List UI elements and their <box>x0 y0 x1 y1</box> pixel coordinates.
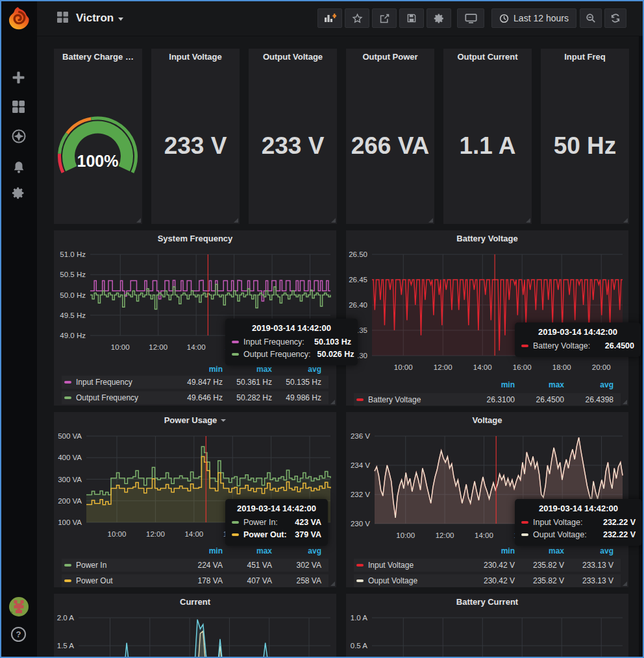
y-axis-label: 230 V <box>346 519 370 528</box>
explore-icon[interactable] <box>0 127 37 145</box>
dashboard-grid-icon <box>57 12 68 25</box>
star-dashboard-button[interactable] <box>345 8 369 28</box>
x-axis-label: 14:00 <box>180 343 212 351</box>
x-axis-label: 12:00 <box>428 531 461 539</box>
graph-panel-battcur: Battery Current1.0 A0.5 A0 A10:0012:0014… <box>346 594 628 658</box>
graph-panel-current: Current2.0 A1.5 A1.0 A0.5 A0 A10:0012:00… <box>54 594 336 658</box>
stat-value: 233 V <box>151 130 240 162</box>
legend-row-battery-voltage[interactable]: Battery Voltage26.310026.450026.4398 <box>354 393 621 406</box>
tooltip-timestamp: 2019-03-14 14:42:00 <box>521 327 634 337</box>
y-axis-label: 50.5 Hz <box>54 270 86 279</box>
panel-title[interactable]: Output Voltage <box>249 52 337 65</box>
graph-tooltip-voltage: 2019-03-14 14:42:00Input Voltage:232.22 … <box>515 499 642 546</box>
legend-swatch <box>64 564 71 567</box>
stat-panel-5: Input Freq50 Hz <box>541 49 629 224</box>
y-axis-label: 232 V <box>346 490 370 499</box>
legend-series-name[interactable]: Power Out <box>76 576 113 585</box>
legend-header-avg[interactable]: avg <box>564 380 613 389</box>
legend-series-name[interactable]: Input Frequency <box>76 378 132 387</box>
legend-value: 50.135 Hz <box>272 378 321 387</box>
time-range-button[interactable]: Last 12 hours <box>491 8 576 28</box>
y-axis-label: 51.0 Hz <box>54 250 86 259</box>
legend-row-power-out[interactable]: Power Out178 VA407 VA258 VA <box>62 574 328 587</box>
legend-row-ouput-voltage[interactable]: Ouput Voltage230.42 V235.82 V233.13 V <box>354 574 621 587</box>
save-dashboard-button[interactable] <box>399 8 424 28</box>
tooltip-row: Output Frequency:50.026 Hz <box>232 348 351 360</box>
tooltip-timestamp: 2019-03-14 14:42:00 <box>521 504 636 513</box>
panel-title[interactable]: Input Voltage <box>151 52 240 65</box>
share-dashboard-button[interactable] <box>372 8 397 28</box>
legend-value: 233.13 V <box>564 576 613 585</box>
legend-series-name[interactable]: Input Voltage <box>368 561 414 570</box>
legend-value: 224 VA <box>173 561 223 570</box>
legend-value: 235.82 V <box>515 561 564 570</box>
legend-header-max[interactable]: max <box>515 546 564 555</box>
legend-series-name[interactable]: Output Frequency <box>76 393 138 402</box>
dashboard-picker[interactable]: Victron <box>57 0 123 36</box>
legend-value: 178 VA <box>173 576 223 585</box>
legend-header-min[interactable]: min <box>465 380 515 389</box>
legend-header-min[interactable]: min <box>465 546 515 555</box>
dashboard-settings-button[interactable] <box>427 8 451 28</box>
legend-header-max[interactable]: max <box>223 546 272 555</box>
avatar[interactable] <box>0 598 37 616</box>
help-icon[interactable]: ? <box>0 625 37 643</box>
resize-handle[interactable] <box>526 218 530 223</box>
panel-title[interactable]: Input Freq <box>541 52 629 65</box>
add-icon[interactable] <box>0 68 37 86</box>
legend-header-avg[interactable]: avg <box>272 546 321 555</box>
legend-row-power-in[interactable]: Power In224 VA451 VA302 VA <box>62 559 328 572</box>
y-axis-label: 300 VA <box>54 475 82 484</box>
legend-series-name[interactable]: Ouput Voltage <box>368 576 417 585</box>
resize-handle[interactable] <box>428 218 433 223</box>
tooltip-row: Power In:423 VA <box>232 516 321 528</box>
y-axis-label: 200 VA <box>54 496 82 506</box>
tooltip-swatch <box>232 353 239 356</box>
configuration-gear-icon[interactable] <box>0 184 37 202</box>
legend-series-name[interactable]: Battery Voltage <box>368 395 421 404</box>
legend-row-output-frequency[interactable]: Output Frequency49.646 Hz50.282 Hz49.986… <box>62 391 328 404</box>
top-navbar: Victron Last 12 hours <box>37 0 644 36</box>
legend-header-max[interactable]: max <box>223 365 272 374</box>
legend-header-avg[interactable]: avg <box>564 546 613 555</box>
left-sidebar: ? <box>0 0 37 658</box>
y-axis-label: 26.45 <box>346 275 367 284</box>
legend-header: minmaxavg <box>354 379 621 391</box>
grafana-logo-icon[interactable] <box>0 10 37 28</box>
grafana-window: Victron Last 12 hours ? Battery Charge …… <box>0 0 644 658</box>
stat-panel-0: Battery Charge …100% <box>54 49 142 224</box>
legend-header-max[interactable]: max <box>515 380 564 389</box>
share-icon <box>379 13 390 24</box>
save-icon <box>406 13 417 23</box>
legend-value: 26.3100 <box>465 395 515 404</box>
panel-title[interactable]: Output Power <box>346 52 434 65</box>
refresh-icon <box>610 13 621 23</box>
legend-header-avg[interactable]: avg <box>272 365 321 374</box>
tooltip-timestamp: 2019-03-14 14:42:00 <box>232 323 351 333</box>
x-axis-label: 12:00 <box>142 343 175 351</box>
legend-row-input-frequency[interactable]: Input Frequency49.847 Hz50.361 Hz50.135 … <box>62 376 328 389</box>
clock-icon <box>499 14 509 23</box>
x-axis-label: 16:00 <box>506 363 538 371</box>
resize-handle[interactable] <box>623 218 628 223</box>
resize-handle[interactable] <box>234 218 238 223</box>
legend-series-name[interactable]: Power In <box>76 561 106 570</box>
zoom-out-button[interactable] <box>580 8 602 28</box>
legend-header-min[interactable]: min <box>173 546 223 555</box>
legend-row-input-voltage[interactable]: Input Voltage230.42 V235.82 V233.13 V <box>354 559 621 572</box>
panel-title[interactable]: Output Current <box>443 52 532 65</box>
add-panel-button[interactable] <box>317 8 342 28</box>
alerting-bell-icon[interactable] <box>0 158 37 176</box>
y-axis-label: 236 V <box>346 432 370 441</box>
resize-handle[interactable] <box>331 218 336 223</box>
x-axis-label: 14:00 <box>467 531 500 539</box>
legend-value: 50.361 Hz <box>223 378 272 387</box>
stat-panel-3: Output Power266 VA <box>346 49 434 224</box>
tv-mode-button[interactable] <box>457 8 484 28</box>
y-axis-label: 500 VA <box>54 432 82 441</box>
refresh-button[interactable] <box>604 8 626 28</box>
tooltip-row: Battery Voltage:26.4500 <box>521 339 634 352</box>
legend-header-min[interactable]: min <box>173 365 223 374</box>
legend-value: 49.847 Hz <box>173 378 223 387</box>
dashboards-icon[interactable] <box>0 97 37 116</box>
